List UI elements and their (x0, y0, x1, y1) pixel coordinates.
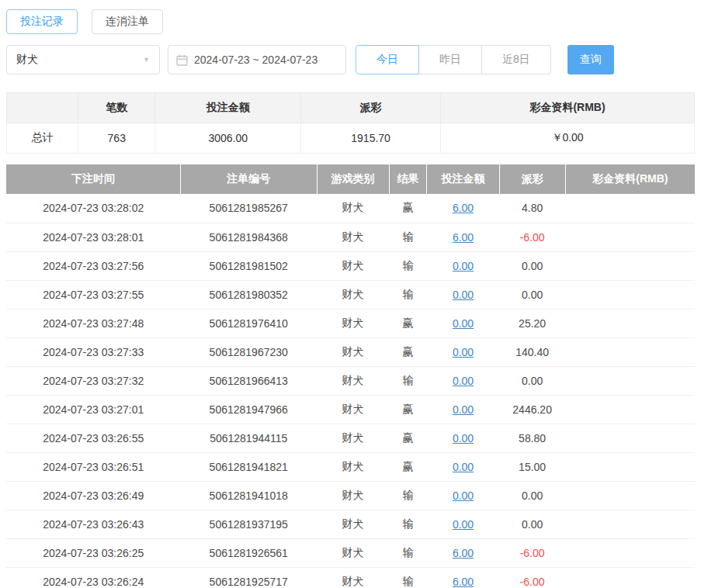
bet-time-cell: 2024-07-23 03:26:25 (6, 538, 180, 567)
summary-header-row: 笔数 投注金额 派彩 彩金资料(RMB) (7, 93, 695, 123)
bet-amount-link[interactable]: 0.00 (453, 432, 474, 444)
bonus-cell (565, 337, 695, 366)
payout-cell: -6.00 (499, 223, 565, 251)
bet-amount-link[interactable]: 0.00 (453, 260, 474, 272)
result-cell: 输 (389, 567, 427, 588)
header-bonus: 彩金资料(RMB) (565, 164, 695, 194)
game-select-value: 财犬 (16, 53, 38, 67)
payout-cell: 0.00 (499, 510, 565, 538)
bet-amount-cell: 0.00 (427, 481, 499, 510)
bet-amount-cell: 0.00 (427, 366, 499, 395)
payout-cell: 0.00 (499, 251, 565, 280)
bonus-cell (565, 194, 695, 223)
bet-amount-cell: 0.00 (427, 452, 499, 481)
game-type-cell: 财犬 (317, 251, 389, 280)
result-cell: 赢 (389, 337, 427, 366)
table-row: 2024-07-23 03:27:32 5061281966413 财犬 输 0… (6, 366, 695, 395)
payout-cell: 0.00 (499, 481, 565, 510)
bet-time-cell: 2024-07-23 03:26:55 (6, 424, 180, 452)
bonus-cell (565, 510, 695, 538)
result-cell: 输 (389, 251, 427, 280)
query-button[interactable]: 查询 (567, 45, 614, 74)
result-cell: 输 (389, 366, 427, 395)
table-row: 2024-07-23 03:27:56 5061281981502 财犬 输 0… (6, 251, 695, 280)
bet-amount-link[interactable]: 0.00 (453, 489, 474, 502)
bet-amount-link[interactable]: 0.00 (453, 403, 474, 416)
table-row: 2024-07-23 03:27:48 5061281976410 财犬 赢 0… (6, 309, 695, 337)
header-bet-amount: 投注金额 (427, 164, 499, 194)
bet-amount-link[interactable]: 6.00 (453, 231, 474, 244)
table-row: 2024-07-23 03:28:01 5061281984368 财犬 输 6… (6, 223, 695, 251)
result-cell: 赢 (389, 395, 427, 424)
bonus-cell (565, 395, 695, 424)
tab-bet-records[interactable]: 投注记录 (6, 9, 78, 34)
date-range-value: 2024-07-23 ~ 2024-07-23 (194, 54, 318, 66)
bet-time-cell: 2024-07-23 03:27:33 (6, 337, 180, 366)
today-button[interactable]: 今日 (356, 45, 419, 74)
result-cell: 赢 (389, 452, 427, 481)
game-select[interactable]: 财犬 ▼ (6, 45, 160, 74)
summary-header-count: 笔数 (78, 93, 155, 123)
bet-amount-link[interactable]: 0.00 (453, 461, 474, 473)
order-id-cell: 5061281937195 (180, 510, 317, 538)
bet-time-cell: 2024-07-23 03:26:43 (6, 510, 180, 538)
bet-time-cell: 2024-07-23 03:27:55 (6, 280, 180, 309)
bet-time-cell: 2024-07-23 03:27:01 (6, 395, 180, 424)
game-type-cell: 财犬 (317, 280, 389, 309)
payout-cell: 2446.20 (499, 395, 565, 424)
summary-total-row: 总计 763 3006.00 1915.70 ￥0.00 (7, 123, 695, 154)
table-row: 2024-07-23 03:26:24 5061281925717 财犬 输 6… (6, 567, 695, 588)
result-cell: 赢 (389, 309, 427, 337)
result-cell: 输 (389, 510, 427, 538)
bet-amount-link[interactable]: 6.00 (453, 547, 474, 559)
bonus-cell (565, 452, 695, 481)
bet-amount-link[interactable]: 6.00 (453, 202, 474, 214)
order-id-cell: 5061281925717 (180, 567, 317, 588)
game-type-cell: 财犬 (317, 538, 389, 567)
summary-header-payout: 派彩 (301, 93, 441, 123)
records-body: 2024-07-23 03:28:02 5061281985267 财犬 赢 6… (6, 194, 695, 588)
game-type-cell: 财犬 (317, 223, 389, 251)
order-id-cell: 5061281966413 (180, 366, 317, 395)
date-range-input[interactable]: 2024-07-23 ~ 2024-07-23 (168, 45, 346, 74)
header-result: 结果 (389, 164, 427, 194)
bet-amount-link[interactable]: 0.00 (453, 518, 474, 531)
bet-amount-cell: 0.00 (427, 395, 499, 424)
bet-amount-link[interactable]: 6.00 (453, 576, 474, 588)
tab-cancelled-orders[interactable]: 连消注单 (92, 9, 163, 34)
summary-total-bet-amount: 3006.00 (155, 123, 301, 154)
table-row: 2024-07-23 03:28:02 5061281985267 财犬 赢 6… (6, 194, 695, 223)
bonus-cell (565, 309, 695, 337)
header-payout: 派彩 (499, 164, 565, 194)
bet-time-cell: 2024-07-23 03:26:24 (6, 567, 180, 588)
order-id-cell: 5061281967230 (180, 337, 317, 366)
bet-amount-cell: 6.00 (427, 567, 499, 588)
bet-time-cell: 2024-07-23 03:27:32 (6, 366, 180, 395)
bet-time-cell: 2024-07-23 03:26:49 (6, 481, 180, 510)
game-type-cell: 财犬 (317, 510, 389, 538)
bet-amount-link[interactable]: 0.00 (453, 375, 474, 387)
records-table: 下注时间 注单编号 游戏类别 结果 投注金额 派彩 彩金资料(RMB) 2024… (6, 164, 695, 588)
result-cell: 赢 (389, 194, 427, 223)
header-bet-time: 下注时间 (6, 164, 180, 194)
bet-amount-link[interactable]: 0.00 (453, 346, 474, 358)
order-id-cell: 5061281976410 (180, 309, 317, 337)
table-row: 2024-07-23 03:26:25 5061281926561 财犬 输 6… (6, 538, 695, 567)
payout-cell: 25.20 (499, 309, 565, 337)
result-cell: 输 (389, 280, 427, 309)
last-8-days-button[interactable]: 近8日 (481, 45, 551, 74)
order-id-cell: 5061281981502 (180, 251, 317, 280)
payout-cell: -6.00 (499, 567, 565, 588)
bonus-cell (565, 251, 695, 280)
bet-amount-link[interactable]: 0.00 (453, 317, 474, 330)
bet-amount-cell: 0.00 (427, 424, 499, 452)
header-order-id: 注单编号 (180, 164, 317, 194)
yesterday-button[interactable]: 昨日 (418, 45, 482, 74)
bet-amount-cell: 0.00 (427, 510, 499, 538)
summary-total-count: 763 (78, 123, 155, 154)
bet-time-cell: 2024-07-23 03:27:56 (6, 251, 180, 280)
bet-amount-cell: 0.00 (427, 337, 499, 366)
summary-total-label: 总计 (7, 123, 78, 154)
table-row: 2024-07-23 03:26:51 5061281941821 财犬 赢 0… (6, 452, 695, 481)
bet-amount-link[interactable]: 0.00 (453, 289, 474, 301)
